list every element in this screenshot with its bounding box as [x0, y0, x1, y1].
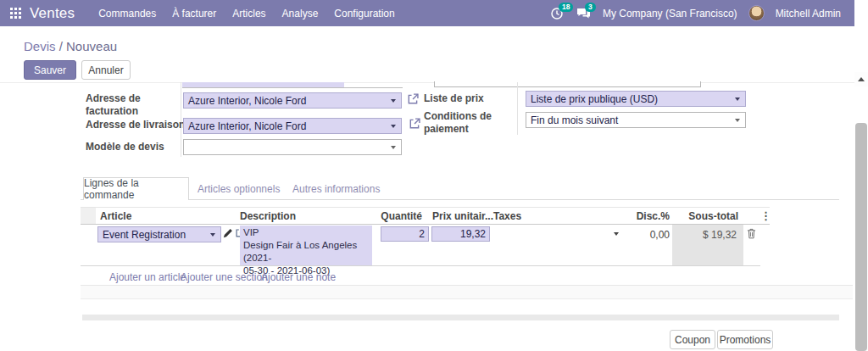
messages-icon[interactable]: 3 — [576, 7, 592, 20]
edit-pencil-icon[interactable] — [223, 228, 233, 238]
empty-table-row — [81, 286, 853, 298]
activities-icon[interactable]: 18 — [550, 7, 565, 20]
dropdown-caret-icon — [391, 125, 396, 128]
scrollbar — [854, 0, 868, 351]
col-header-subtotal: Sous-total — [674, 210, 738, 222]
app-title[interactable]: Ventes — [30, 5, 75, 22]
tab-order-lines[interactable]: Lignes de la commande — [83, 177, 189, 200]
menu-articles[interactable]: Articles — [232, 8, 265, 20]
tab-bar-border — [81, 199, 839, 200]
activity-badge: 18 — [559, 3, 573, 12]
row-handle-header — [81, 208, 96, 224]
billing-address-label: Adresse de facturation — [86, 92, 181, 118]
odoo-sales-window: Ventes Commandes À facturer Articles Ana… — [0, 0, 868, 351]
col-header-quantity: Quantité — [356, 210, 422, 222]
menu-commandes[interactable]: Commandes — [98, 8, 156, 20]
section-separator-bar — [82, 315, 839, 320]
billing-address-field[interactable]: Azure Interior, Nicole Ford — [183, 92, 402, 109]
col-header-article: Article — [100, 210, 131, 222]
user-menu[interactable]: Mitchell Admin — [776, 8, 841, 20]
scrollbar-thumb[interactable] — [855, 123, 867, 351]
tab-optional-products[interactable]: Articles optionnels — [198, 177, 280, 200]
top-navbar: Ventes Commandes À facturer Articles Ana… — [0, 0, 856, 26]
delete-row-icon[interactable] — [747, 228, 756, 239]
save-button[interactable]: Sauver — [24, 60, 76, 80]
col-header-description: Description — [240, 210, 296, 222]
col-header-unit-price: Prix unitair... — [432, 210, 493, 222]
company-switcher[interactable]: My Company (San Francisco) — [603, 8, 737, 20]
control-panel-divider — [0, 82, 854, 83]
empty-row-border — [81, 298, 853, 299]
delivery-address-field[interactable]: Azure Interior, Nicole Ford — [183, 118, 402, 134]
col-header-taxes: Taxes — [493, 210, 521, 222]
breadcrumb-separator: / — [59, 39, 63, 53]
systray: 18 3 My Company (San Francisco) Mitchell… — [550, 0, 841, 26]
payment-terms-field[interactable]: Fin du mois suivant — [526, 112, 746, 128]
col-header-discount: Disc.% — [610, 210, 670, 222]
table-header-border — [81, 224, 770, 225]
main-menu: Commandes À facturer Articles Analyse Co… — [98, 8, 395, 20]
row-description-cell[interactable]: VIP Design Fair à Los Angeles (2021- 05-… — [240, 226, 372, 265]
optional-columns-icon[interactable]: ⋮ — [760, 209, 771, 222]
menu-analyse[interactable]: Analyse — [282, 8, 319, 20]
menu-configuration[interactable]: Configuration — [334, 8, 394, 20]
quotation-template-field[interactable] — [183, 139, 402, 155]
add-product-link[interactable]: Ajouter un article — [109, 271, 186, 283]
delivery-external-link-icon[interactable] — [409, 118, 420, 129]
clipped-date-field[interactable] — [434, 81, 701, 87]
row-article-field[interactable]: Event Registration — [97, 226, 221, 242]
user-avatar[interactable] — [748, 5, 765, 21]
row-discount-cell[interactable]: 0,00 — [610, 229, 670, 241]
breadcrumb: Devis / Nouveau — [24, 39, 117, 53]
dropdown-caret-icon — [391, 99, 396, 103]
breadcrumb-devis[interactable]: Devis — [24, 39, 56, 53]
row-subtotal-value: $ 19,32 — [672, 229, 737, 241]
billing-external-link-icon[interactable] — [408, 93, 419, 104]
dropdown-caret-icon — [735, 119, 740, 122]
row-bottom-border — [81, 265, 760, 266]
dropdown-caret-icon — [735, 98, 740, 101]
delivery-address-label: Adresse de livraison — [86, 119, 185, 131]
promotions-button[interactable]: Promotions — [717, 330, 773, 349]
message-badge: 3 — [585, 3, 596, 12]
add-section-link[interactable]: Ajouter une section — [181, 271, 268, 283]
row-quantity-field[interactable]: 2 — [381, 226, 429, 242]
cancel-button[interactable]: Annuler — [81, 60, 131, 80]
quotation-template-label: Modèle de devis — [86, 141, 164, 153]
coupon-button[interactable]: Coupon — [670, 330, 715, 349]
menu-a-facturer[interactable]: À facturer — [172, 8, 216, 20]
breadcrumb-current: Nouveau — [66, 39, 117, 53]
scrollbar-up-arrow[interactable] — [854, 72, 868, 86]
table-top-border — [81, 207, 770, 208]
add-note-link[interactable]: Ajouter une note — [261, 271, 336, 283]
clipped-field-border — [182, 87, 403, 88]
payment-terms-label: Conditions de paiement — [424, 110, 519, 136]
dropdown-caret-icon — [391, 146, 396, 149]
tab-other-info[interactable]: Autres informations — [292, 177, 380, 200]
apps-menu-icon[interactable] — [10, 8, 21, 19]
pricelist-label: Liste de prix — [424, 92, 484, 105]
dropdown-caret-icon — [210, 233, 215, 237]
row-unit-price-field[interactable]: 19,32 — [431, 226, 490, 242]
pricelist-field[interactable]: Liste de prix publique (USD) — [526, 91, 746, 107]
